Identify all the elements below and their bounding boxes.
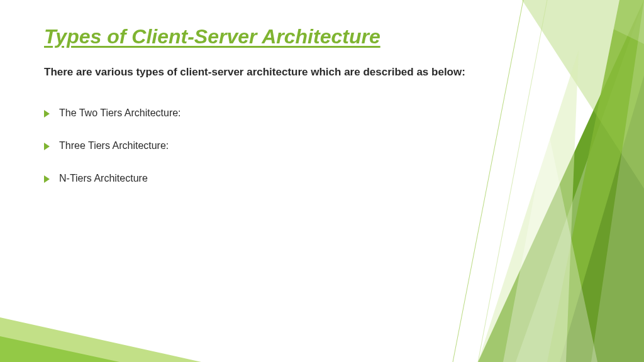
list-item: Three Tiers Architecture: xyxy=(44,140,600,151)
svg-marker-0 xyxy=(0,317,201,362)
list-item: The Two Tiers Architecture: xyxy=(44,107,600,119)
slide-title: Types of Client-Server Architecture xyxy=(44,25,600,48)
list-item: N-Tiers Architecture xyxy=(44,173,600,184)
intro-text: There are various types of client-server… xyxy=(44,66,600,79)
svg-marker-1 xyxy=(0,336,119,362)
slide: Types of Client-Server Architecture Ther… xyxy=(0,0,644,362)
slide-content: Types of Client-Server Architecture Ther… xyxy=(0,0,644,184)
bullet-list: The Two Tiers Architecture: Three Tiers … xyxy=(44,107,600,184)
